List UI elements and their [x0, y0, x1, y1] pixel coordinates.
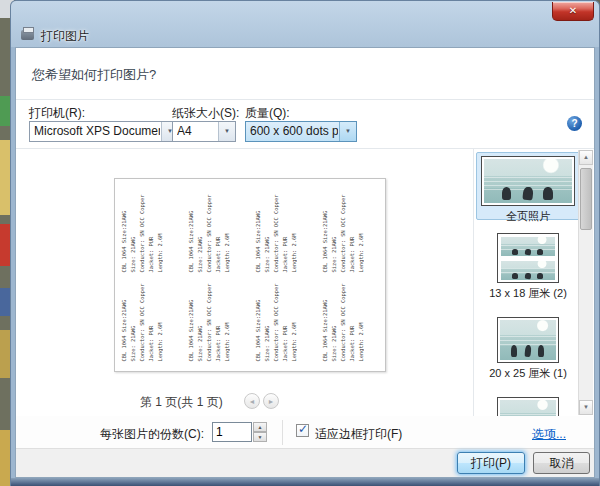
cable-label-line: Length: 2.6M — [156, 187, 165, 272]
divider — [16, 99, 594, 100]
options-link[interactable]: 选项... — [532, 426, 566, 443]
cable-label-line: Jacket: PUR — [281, 187, 290, 272]
thumbnail-image — [501, 261, 555, 280]
cable-label-line: Size: 21AWG — [196, 276, 205, 361]
print-settings-strip: 每张图片的份数(C): ▲ ▼ ✓ 适应边框打印(F) 选项... — [16, 416, 594, 449]
copies-input[interactable] — [212, 422, 252, 442]
cable-label-line: Length: 2.6M — [357, 187, 366, 272]
fit-frame-checkbox[interactable]: ✓ — [296, 424, 309, 437]
layout-option-partial[interactable] — [476, 397, 580, 416]
arrow-left-icon: ◄ — [249, 398, 256, 405]
layout-option-20x25[interactable]: 20 x 25 厘米 (1) — [476, 317, 580, 381]
cable-label-line: CBL 1064 Size:21AWG — [254, 187, 263, 272]
paper-size-label: 纸张大小(S): — [172, 105, 239, 122]
scroll-up-icon[interactable]: ▲ — [579, 150, 593, 165]
cable-label-line: Conductor: SN OCC Copper — [138, 276, 147, 361]
thumbnail-image — [484, 159, 572, 203]
fit-frame-label: 适应边框打印(F) — [315, 426, 402, 443]
cable-label-line: CBL 1064 Size:21AWG — [120, 276, 129, 361]
cable-label-line: Jacket: PUR — [281, 276, 290, 361]
quality-select[interactable]: 600 x 600 dots per ir ▼ — [245, 121, 357, 142]
printer-icon — [21, 30, 34, 40]
cable-label-line: Size: 21AWG — [330, 276, 339, 361]
thumbnail-frame — [497, 397, 559, 416]
cable-label-line: CBL 1064 Size:21AWG — [120, 187, 129, 272]
cable-label-block: CBL 1064 Size:21AWGSize: 21AWGConductor:… — [120, 276, 180, 361]
cable-label-line: CBL 1064 Size:21AWG — [321, 187, 330, 272]
dialog-button-row: 打印(P) 取消 — [16, 448, 594, 477]
arrow-right-icon: ► — [268, 398, 275, 405]
paper-size-select[interactable]: A4 ▼ — [172, 121, 236, 142]
cable-label-line: Size: 21AWG — [330, 187, 339, 272]
cable-label-line: Conductor: SN OCC Copper — [339, 187, 348, 272]
print-pictures-window: 打印图片 ✕ 您希望如何打印图片? 打印机(R): 纸张大小(S): 质量(Q)… — [10, 0, 600, 486]
cable-label-line: Jacket: PUR — [147, 276, 156, 361]
spin-down-icon[interactable]: ▼ — [253, 432, 267, 442]
cable-label-block: CBL 1064 Size:21AWGSize: 21AWGConductor:… — [254, 187, 314, 272]
cable-label-line: Length: 2.6M — [223, 276, 232, 361]
cable-label-block: CBL 1064 Size:21AWGSize: 21AWGConductor:… — [321, 187, 381, 272]
printer-select[interactable]: Microsoft XPS Document Write ▼ — [29, 121, 179, 142]
print-preview-area: CBL 1064 Size:21AWGSize: 21AWGConductor:… — [16, 149, 473, 416]
layout-option-13x18[interactable]: 13 x 18 厘米 (2) — [476, 233, 580, 301]
cable-label-line: Jacket: PUR — [348, 276, 357, 361]
penguin-figure — [524, 249, 531, 255]
window-bottom-border — [11, 478, 599, 486]
previous-page-button[interactable]: ◄ — [244, 393, 260, 409]
cable-label-line: Conductor: SN OCC Copper — [272, 276, 281, 361]
close-icon: ✕ — [569, 5, 577, 16]
thumbnail-frame — [497, 317, 559, 363]
cable-label-block: CBL 1064 Size:21AWGSize: 21AWGConductor:… — [254, 276, 314, 361]
penguin-figure — [512, 273, 518, 279]
divider — [282, 420, 283, 445]
scroll-down-icon[interactable]: ▼ — [579, 400, 593, 415]
quality-select-value: 600 x 600 dots per ir — [250, 122, 338, 141]
next-page-button[interactable]: ► — [263, 393, 279, 409]
cancel-button[interactable]: 取消 — [533, 452, 590, 474]
cable-label-line: Jacket: PUR — [214, 276, 223, 361]
cable-label-line: CBL 1064 Size:21AWG — [254, 276, 263, 361]
check-icon: ✓ — [298, 422, 308, 436]
preview-page: CBL 1064 Size:21AWGSize: 21AWGConductor:… — [114, 178, 386, 372]
printer-select-value: Microsoft XPS Document Write — [34, 122, 160, 141]
cable-label-line: Conductor: SN OCC Copper — [205, 276, 214, 361]
penguin-figure — [537, 273, 543, 279]
spin-up-icon[interactable]: ▲ — [253, 422, 267, 432]
cable-label-line: Jacket: PUR — [348, 187, 357, 272]
sidebar-scrollbar[interactable]: ▲ ▼ — [578, 150, 593, 415]
window-titlebar[interactable]: 打印图片 ✕ — [11, 1, 599, 47]
cable-label-line: Length: 2.6M — [290, 276, 299, 361]
printer-label: 打印机(R): — [29, 105, 85, 122]
penguin-figure — [524, 273, 531, 279]
cable-label-line: Length: 2.6M — [357, 276, 366, 361]
cable-label-line: Size: 21AWG — [129, 276, 138, 361]
quality-label: 质量(Q): — [245, 105, 290, 122]
cable-label-line: CBL 1064 Size:21AWG — [187, 187, 196, 272]
thumbnail-frame — [481, 156, 575, 206]
penguin-figure — [543, 187, 553, 200]
cable-label-block: CBL 1064 Size:21AWGSize: 21AWGConductor:… — [187, 187, 247, 272]
layout-option-label: 13 x 18 厘米 (2) — [476, 286, 580, 301]
thumbnail-frame — [497, 233, 559, 283]
penguin-figure — [537, 249, 543, 255]
penguin-figure — [512, 249, 518, 255]
penguin-figure — [538, 345, 544, 357]
thumbnail-image — [501, 237, 555, 256]
help-icon[interactable]: ? — [567, 116, 582, 131]
thumbnail-image — [500, 400, 556, 416]
thumbnail-image — [500, 320, 556, 360]
scrollbar-thumb[interactable] — [580, 168, 592, 230]
page-status-text: 第 1 页(共 1 页) — [140, 394, 223, 411]
layout-option-label: 20 x 25 厘米 (1) — [476, 366, 580, 381]
penguin-figure — [511, 345, 517, 357]
dialog-body: 您希望如何打印图片? 打印机(R): 纸张大小(S): 质量(Q): Micro… — [15, 47, 595, 478]
close-button[interactable]: ✕ — [552, 2, 594, 21]
print-button[interactable]: 打印(P) — [457, 452, 525, 474]
dialog-question: 您希望如何打印图片? — [32, 66, 156, 84]
cable-label-line: Jacket: PUR — [147, 187, 156, 272]
layout-option-full-page[interactable]: 全页照片 — [476, 152, 580, 220]
paper-size-select-value: A4 — [177, 122, 217, 141]
cable-label-block: CBL 1064 Size:21AWGSize: 21AWGConductor:… — [187, 276, 247, 361]
penguin-figure — [502, 187, 512, 200]
cable-label-line: Length: 2.6M — [223, 187, 232, 272]
